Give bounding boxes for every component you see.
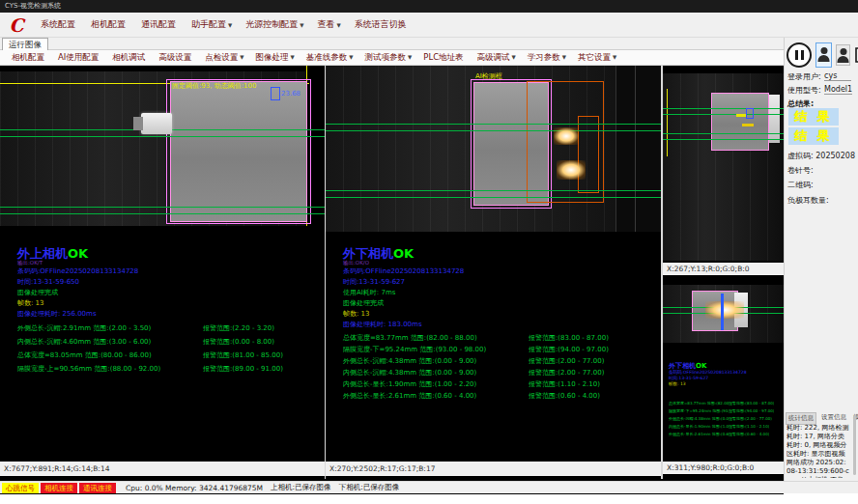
frame-line: 帧数: 13	[343, 309, 464, 320]
chevron-down-icon: ▼	[613, 54, 616, 60]
connector-tab	[141, 113, 172, 134]
toolbar-item[interactable]: 点检设置▼	[199, 52, 249, 64]
chevron-down-icon: ▼	[408, 54, 412, 60]
log-text: 耗时: 222, 网络检测耗时: 17, 网络分类耗时: 0, 网络视频分区耗时…	[786, 424, 850, 478]
small-bottom-camera-view[interactable]: 外下相机OK 条码码:OFFline20250208133134728 时间:1…	[663, 275, 784, 479]
middle-pixel-coords: X:270;Y:2502;R:17;G:17;B:17	[326, 462, 661, 476]
toolbar-item[interactable]: 测试项参数▼	[359, 52, 418, 64]
menu-item[interactable]: 系统配置	[35, 15, 83, 34]
ai-overlay-label: AI检测框	[475, 71, 502, 81]
toolbar-item[interactable]: 图像处理▼	[250, 52, 300, 64]
highlight-glow	[557, 160, 586, 180]
toolbar-item[interactable]: 高级调试▼	[472, 52, 522, 64]
measure-tag: 23.68	[281, 90, 300, 98]
left-pixel-coords: X:7677;Y:891;R:14;G:14;B:14	[0, 462, 325, 476]
menu-item[interactable]: 助手配置▼	[186, 15, 238, 34]
chevron-down-icon: ▼	[228, 22, 232, 28]
chevron-down-icon: ▼	[512, 54, 516, 60]
pause-icon	[801, 50, 804, 60]
connector-glow	[705, 301, 744, 319]
baseline-overlay	[0, 213, 325, 214]
menu-item[interactable]: 查看▼	[311, 15, 346, 34]
barcode-line: 条码码:OFFline20250208133134728	[17, 266, 138, 277]
measure-box	[746, 108, 754, 119]
needle-label: 卷针号:	[787, 165, 814, 176]
baseline-overlay	[663, 133, 784, 134]
measurement-row: 内侧总长-沉帽:4.60mm 范围:(3.00 - 6.00)报警范围:(0.0…	[17, 338, 283, 346]
yellow-reference-line	[667, 89, 668, 156]
measurement-row: 总体宽度=83.77mm 范围:(82.00 - 88.00)报警范围:(83.…	[343, 334, 609, 342]
measurement-row: 外侧总长-显长:2.61mm 范围:(0.60 - 4.00)报警范围:(0.6…	[669, 432, 774, 436]
qr-code-label: 二维码:	[787, 180, 814, 190]
middle-camera-view[interactable]: AI检测框 外下相机OK 输出:OK/O 条码码:OFFline20250208…	[326, 66, 661, 479]
model-value[interactable]: Model1	[824, 85, 852, 95]
chevron-down-icon: ▼	[291, 54, 295, 60]
toolbar-item[interactable]: PLC地址表	[417, 52, 471, 64]
small-top-camera-view[interactable]: X:267;Y:13;R:0;G:0;B:0	[663, 66, 784, 275]
measurement-row: 外侧总长-沉帽:2.91mm 范围:(2.00 - 3.50)报警范围:(2.2…	[17, 324, 283, 332]
threshold-overlay-label: 固定阈值:93, 动态阈值:100	[172, 81, 256, 91]
camera-result-title: 外下相机OK	[669, 362, 774, 370]
frame-line: 帧数: 13	[17, 298, 138, 309]
left-camera-view[interactable]: 固定阈值:93, 动态阈值:100 23.68 外上相机OK 输出:OK/T 条…	[0, 66, 325, 479]
small-measurements: 总体宽度=83.77mm 范围:(82.00 - 88.00)报警范围:(83.…	[669, 401, 774, 436]
baseline-overlay	[326, 197, 661, 198]
log-scrollbar[interactable]	[853, 415, 856, 475]
menu-item[interactable]: 相机配置	[85, 15, 133, 34]
menu-item[interactable]: 光源控制配置▼	[240, 15, 309, 34]
measurement-row: 总体宽度=83.77mm 范围:(82.00 - 88.00)报警范围:(83.…	[669, 401, 774, 406]
machine-frame	[615, 66, 661, 232]
virtual-code-value: 20250208	[815, 152, 855, 160]
comm-link-status-badge: 通讯连接	[79, 483, 116, 493]
menu-item[interactable]: 系统语言切换	[349, 15, 415, 34]
toolbar-item[interactable]: 相机调试	[106, 52, 153, 64]
logout-button[interactable]	[854, 42, 858, 68]
left-measurements: 外侧总长-沉帽:2.91mm 范围:(2.00 - 3.50)报警范围:(2.2…	[17, 324, 283, 378]
detected-cell-region	[711, 93, 769, 151]
toolbar-item[interactable]: 高级设置	[153, 52, 199, 64]
measurement-row: 内侧总长-沉帽:4.38mm 范围:(0.00 - 9.00)报警范围:(2.0…	[343, 369, 609, 377]
measurement-row: 外侧总长-沉帽:4.38mm 范围:(0.00 - 9.00)报警范围:(2.0…	[343, 357, 609, 365]
operator-button[interactable]	[836, 44, 850, 66]
toolbar-item[interactable]: 其它设置▼	[572, 52, 622, 64]
small-top-pixel-coords: X:267;Y:13;R:0;G:0;B:0	[663, 263, 784, 275]
pause-button[interactable]	[786, 42, 812, 68]
machine-edge	[635, 66, 636, 232]
menu-item[interactable]: 通讯配置	[135, 15, 184, 34]
measurement-row: 总体宽度=83.05mm 范围:(80.00 - 86.00)报警范围:(81.…	[17, 351, 283, 359]
chevron-down-icon: ▼	[336, 22, 340, 28]
baseline-overlay	[663, 114, 784, 115]
done-line: 图像处理完成	[343, 298, 464, 309]
tab-run-image[interactable]: 运行图像	[2, 38, 48, 51]
user-icon	[820, 47, 827, 54]
measurement-row: 外侧总长-显长:2.61mm 范围:(0.60 - 4.00)报警范围:(0.6…	[343, 392, 609, 400]
time-line: 时间:13-31-59-650	[17, 277, 138, 288]
model-label: 使用型号:	[787, 85, 821, 96]
upper-camera-saved-text: 上相机:已保存图像	[271, 483, 331, 492]
toolbar-item[interactable]: AI使用配置	[52, 52, 106, 64]
toolbar-item[interactable]: 学习参数▼	[522, 52, 572, 64]
user-button[interactable]	[815, 42, 832, 68]
camera-result-title: 外下相机OK	[343, 247, 464, 260]
ai-detect-box-inner	[578, 116, 599, 193]
done-line: 图像处理完成	[17, 288, 138, 298]
baseline-overlay	[326, 130, 661, 131]
ai-time-line: 使用AI耗时: 7ms	[343, 288, 464, 298]
barcode-line: 条码码:OFFline20250208133134728	[343, 266, 464, 277]
measurement-row: 隔膜宽度-下=95.24mm 范围:(93.00 - 98.00)报警范围:(9…	[669, 408, 774, 413]
cpu-memory-text: Cpu: 0.0% Memory: 3424.41796875M	[126, 484, 263, 492]
chevron-down-icon: ▼	[562, 54, 566, 60]
login-user-value[interactable]: cys	[824, 71, 851, 81]
operator-icon	[840, 48, 846, 55]
measurement-row: 外侧总长-沉帽:4.38mm 范围:(0.00 - 9.00)报警范围:(2.0…	[669, 416, 774, 421]
camera-link-status-badge: 相机连接	[41, 483, 77, 493]
measurement-row: 隔膜宽度-上=90.56mm 范围:(88.00 - 92.00)报警范围:(8…	[17, 365, 283, 373]
baseline-overlay	[663, 108, 784, 109]
application-window: CYS-视觉检测系统 C 系统配置 相机配置 通讯配置 助手配置▼ 光源控制配置…	[0, 0, 858, 504]
baseline-overlay	[0, 136, 325, 137]
tab-count-label: 负极耳数量:	[787, 195, 829, 206]
measurement-row: 内侧总长-显长:1.90mm 范围:(1.00 - 2.20)报警范围:(1.1…	[343, 380, 609, 388]
toolbar-item[interactable]: 基准线参数▼	[300, 52, 359, 64]
toolbar-item[interactable]: 相机配置	[6, 52, 52, 64]
middle-result-block: 外下相机OK 输出:OK/O 条码码:OFFline20250208133134…	[343, 247, 464, 330]
